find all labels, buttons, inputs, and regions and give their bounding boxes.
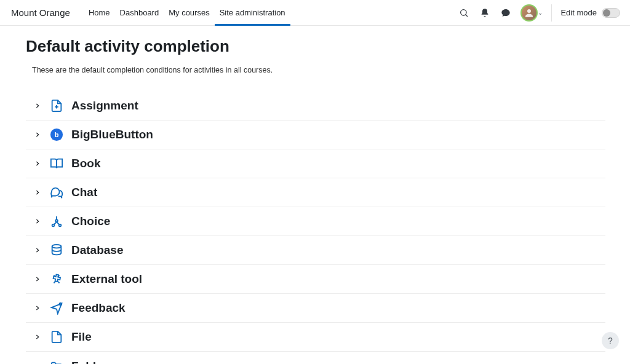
chevron-right-icon bbox=[30, 271, 46, 287]
edit-mode-toggle[interactable] bbox=[602, 8, 620, 18]
chevron-right-icon bbox=[30, 98, 46, 114]
bigbluebutton-icon: b bbox=[49, 127, 64, 142]
chevron-right-icon bbox=[30, 358, 46, 365]
page-description: These are the default completion conditi… bbox=[32, 66, 605, 74]
header: Mount Orange Home Dashboard My courses S… bbox=[0, 0, 630, 26]
chevron-right-icon bbox=[30, 184, 46, 200]
assignment-icon bbox=[49, 98, 64, 113]
svg-point-7 bbox=[52, 245, 62, 248]
nav-my-courses[interactable]: My courses bbox=[164, 0, 214, 25]
activity-row-folder[interactable]: Folder bbox=[26, 352, 605, 364]
header-divider bbox=[551, 4, 552, 22]
file-icon bbox=[49, 330, 64, 344]
activity-row-book[interactable]: Book bbox=[26, 149, 605, 178]
avatar[interactable] bbox=[520, 4, 538, 22]
chevron-right-icon bbox=[30, 156, 46, 172]
activity-label: Chat bbox=[71, 186, 97, 199]
activity-row-database[interactable]: Database bbox=[26, 236, 605, 265]
bell-icon[interactable] bbox=[479, 7, 491, 19]
activity-label: File bbox=[71, 330, 92, 344]
external-tool-icon bbox=[49, 272, 64, 287]
activity-row-assignment[interactable]: Assignment bbox=[26, 92, 605, 121]
database-icon bbox=[49, 243, 64, 258]
chevron-right-icon bbox=[30, 242, 46, 258]
activity-row-external-tool[interactable]: External tool bbox=[26, 265, 605, 294]
activity-row-feedback[interactable]: Feedback bbox=[26, 294, 605, 323]
search-icon[interactable] bbox=[458, 7, 470, 19]
activity-label: Folder bbox=[71, 360, 107, 365]
activity-row-choice[interactable]: Choice bbox=[26, 207, 605, 236]
activity-label: Feedback bbox=[71, 301, 126, 315]
book-icon bbox=[49, 156, 64, 171]
activity-row-bigbluebutton[interactable]: b BigBlueButton bbox=[26, 121, 605, 149]
brand[interactable]: Mount Orange bbox=[11, 7, 70, 18]
chevron-right-icon bbox=[30, 213, 46, 229]
feedback-icon bbox=[49, 301, 64, 315]
svg-point-6 bbox=[59, 224, 62, 227]
svg-text:b: b bbox=[55, 131, 59, 138]
avatar-caret-icon[interactable]: ⌄ bbox=[538, 9, 543, 16]
activity-label: Choice bbox=[71, 215, 110, 228]
svg-point-0 bbox=[461, 9, 466, 15]
header-right: ⌄ Edit mode bbox=[458, 4, 620, 22]
activity-label: BigBlueButton bbox=[71, 128, 153, 141]
edit-mode-label: Edit mode bbox=[560, 8, 597, 17]
main: Default activity completion These are th… bbox=[0, 26, 630, 364]
activity-list: Assignment b BigBlueButton Book bbox=[26, 92, 605, 364]
activity-label: Assignment bbox=[71, 99, 138, 113]
svg-point-4 bbox=[55, 220, 58, 222]
nav-site-administration[interactable]: Site administration bbox=[215, 0, 290, 25]
chevron-right-icon bbox=[30, 127, 46, 143]
page-title: Default activity completion bbox=[26, 37, 605, 56]
activity-label: External tool bbox=[71, 272, 142, 286]
messages-icon[interactable] bbox=[500, 7, 512, 19]
activity-label: Book bbox=[71, 157, 101, 170]
chevron-right-icon bbox=[30, 300, 46, 316]
help-button[interactable]: ? bbox=[602, 332, 619, 349]
edit-mode: Edit mode bbox=[560, 8, 620, 18]
nav: Home Dashboard My courses Site administr… bbox=[84, 0, 290, 25]
chevron-right-icon bbox=[30, 329, 46, 345]
svg-point-1 bbox=[527, 9, 531, 13]
folder-icon bbox=[49, 359, 64, 365]
chat-icon bbox=[49, 185, 64, 200]
activity-row-file[interactable]: File bbox=[26, 323, 605, 352]
activity-row-chat[interactable]: Chat bbox=[26, 178, 605, 207]
nav-home[interactable]: Home bbox=[84, 0, 115, 25]
nav-dashboard[interactable]: Dashboard bbox=[115, 0, 164, 25]
svg-point-5 bbox=[52, 224, 55, 227]
choice-icon bbox=[49, 214, 64, 229]
activity-label: Database bbox=[71, 243, 124, 257]
